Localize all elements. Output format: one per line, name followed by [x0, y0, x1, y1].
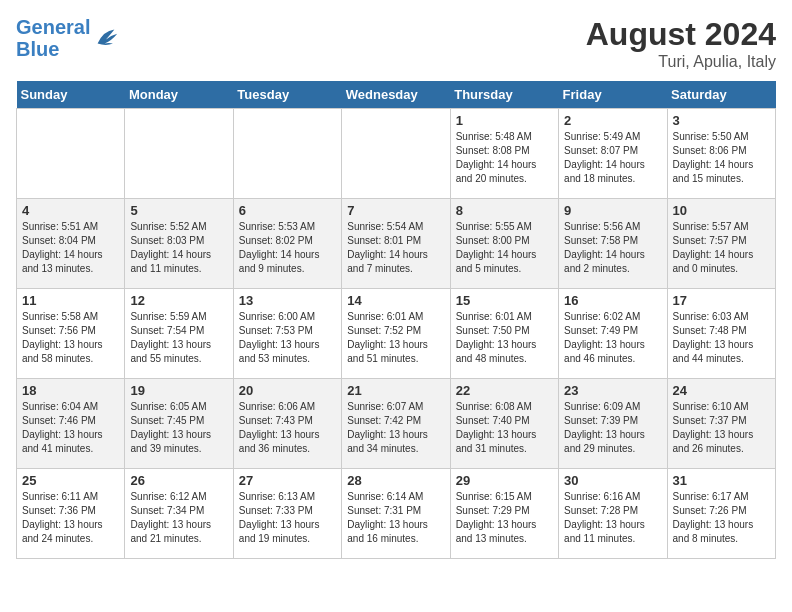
day-number: 25 [22, 473, 119, 488]
weekday-header-thursday: Thursday [450, 81, 558, 109]
day-info: Sunrise: 6:03 AM Sunset: 7:48 PM Dayligh… [673, 310, 770, 366]
calendar-week-2: 4Sunrise: 5:51 AM Sunset: 8:04 PM Daylig… [17, 199, 776, 289]
logo-blue: Blue [16, 38, 59, 60]
day-number: 11 [22, 293, 119, 308]
day-number: 18 [22, 383, 119, 398]
day-number: 7 [347, 203, 444, 218]
calendar-cell: 23Sunrise: 6:09 AM Sunset: 7:39 PM Dayli… [559, 379, 667, 469]
day-info: Sunrise: 6:06 AM Sunset: 7:43 PM Dayligh… [239, 400, 336, 456]
day-info: Sunrise: 6:08 AM Sunset: 7:40 PM Dayligh… [456, 400, 553, 456]
day-number: 26 [130, 473, 227, 488]
day-number: 8 [456, 203, 553, 218]
day-info: Sunrise: 6:13 AM Sunset: 7:33 PM Dayligh… [239, 490, 336, 546]
weekday-header-friday: Friday [559, 81, 667, 109]
day-number: 23 [564, 383, 661, 398]
day-info: Sunrise: 5:57 AM Sunset: 7:57 PM Dayligh… [673, 220, 770, 276]
calendar-cell: 18Sunrise: 6:04 AM Sunset: 7:46 PM Dayli… [17, 379, 125, 469]
calendar-cell: 27Sunrise: 6:13 AM Sunset: 7:33 PM Dayli… [233, 469, 341, 559]
calendar-cell [233, 109, 341, 199]
calendar-cell: 7Sunrise: 5:54 AM Sunset: 8:01 PM Daylig… [342, 199, 450, 289]
calendar-week-3: 11Sunrise: 5:58 AM Sunset: 7:56 PM Dayli… [17, 289, 776, 379]
day-info: Sunrise: 5:51 AM Sunset: 8:04 PM Dayligh… [22, 220, 119, 276]
day-number: 22 [456, 383, 553, 398]
weekday-header-row: SundayMondayTuesdayWednesdayThursdayFrid… [17, 81, 776, 109]
day-info: Sunrise: 5:56 AM Sunset: 7:58 PM Dayligh… [564, 220, 661, 276]
day-info: Sunrise: 6:12 AM Sunset: 7:34 PM Dayligh… [130, 490, 227, 546]
day-number: 10 [673, 203, 770, 218]
calendar-cell: 16Sunrise: 6:02 AM Sunset: 7:49 PM Dayli… [559, 289, 667, 379]
calendar-cell: 24Sunrise: 6:10 AM Sunset: 7:37 PM Dayli… [667, 379, 775, 469]
logo-general: General [16, 16, 90, 38]
day-info: Sunrise: 6:09 AM Sunset: 7:39 PM Dayligh… [564, 400, 661, 456]
day-info: Sunrise: 6:15 AM Sunset: 7:29 PM Dayligh… [456, 490, 553, 546]
calendar-cell: 1Sunrise: 5:48 AM Sunset: 8:08 PM Daylig… [450, 109, 558, 199]
day-info: Sunrise: 6:02 AM Sunset: 7:49 PM Dayligh… [564, 310, 661, 366]
calendar-week-1: 1Sunrise: 5:48 AM Sunset: 8:08 PM Daylig… [17, 109, 776, 199]
calendar-cell: 8Sunrise: 5:55 AM Sunset: 8:00 PM Daylig… [450, 199, 558, 289]
calendar-cell: 25Sunrise: 6:11 AM Sunset: 7:36 PM Dayli… [17, 469, 125, 559]
day-number: 4 [22, 203, 119, 218]
calendar-cell: 22Sunrise: 6:08 AM Sunset: 7:40 PM Dayli… [450, 379, 558, 469]
day-info: Sunrise: 5:59 AM Sunset: 7:54 PM Dayligh… [130, 310, 227, 366]
page-header: General Blue August 2024 Turi, Apulia, I… [16, 16, 776, 71]
page-subtitle: Turi, Apulia, Italy [586, 53, 776, 71]
day-info: Sunrise: 5:48 AM Sunset: 8:08 PM Dayligh… [456, 130, 553, 186]
calendar-cell: 17Sunrise: 6:03 AM Sunset: 7:48 PM Dayli… [667, 289, 775, 379]
calendar-cell: 30Sunrise: 6:16 AM Sunset: 7:28 PM Dayli… [559, 469, 667, 559]
calendar-week-4: 18Sunrise: 6:04 AM Sunset: 7:46 PM Dayli… [17, 379, 776, 469]
day-number: 28 [347, 473, 444, 488]
calendar-week-5: 25Sunrise: 6:11 AM Sunset: 7:36 PM Dayli… [17, 469, 776, 559]
day-info: Sunrise: 5:50 AM Sunset: 8:06 PM Dayligh… [673, 130, 770, 186]
day-number: 20 [239, 383, 336, 398]
calendar-cell: 10Sunrise: 5:57 AM Sunset: 7:57 PM Dayli… [667, 199, 775, 289]
day-info: Sunrise: 6:05 AM Sunset: 7:45 PM Dayligh… [130, 400, 227, 456]
day-info: Sunrise: 5:49 AM Sunset: 8:07 PM Dayligh… [564, 130, 661, 186]
day-number: 14 [347, 293, 444, 308]
day-number: 2 [564, 113, 661, 128]
day-info: Sunrise: 5:55 AM Sunset: 8:00 PM Dayligh… [456, 220, 553, 276]
day-number: 31 [673, 473, 770, 488]
day-number: 6 [239, 203, 336, 218]
day-number: 16 [564, 293, 661, 308]
calendar-cell: 20Sunrise: 6:06 AM Sunset: 7:43 PM Dayli… [233, 379, 341, 469]
day-info: Sunrise: 6:00 AM Sunset: 7:53 PM Dayligh… [239, 310, 336, 366]
day-number: 13 [239, 293, 336, 308]
day-number: 27 [239, 473, 336, 488]
calendar-cell [342, 109, 450, 199]
page-title: August 2024 [586, 16, 776, 53]
calendar-cell: 9Sunrise: 5:56 AM Sunset: 7:58 PM Daylig… [559, 199, 667, 289]
day-info: Sunrise: 6:14 AM Sunset: 7:31 PM Dayligh… [347, 490, 444, 546]
day-info: Sunrise: 6:01 AM Sunset: 7:50 PM Dayligh… [456, 310, 553, 366]
logo-text: General Blue [16, 16, 90, 60]
title-block: August 2024 Turi, Apulia, Italy [586, 16, 776, 71]
calendar-cell: 12Sunrise: 5:59 AM Sunset: 7:54 PM Dayli… [125, 289, 233, 379]
day-info: Sunrise: 5:58 AM Sunset: 7:56 PM Dayligh… [22, 310, 119, 366]
day-number: 15 [456, 293, 553, 308]
calendar-cell [125, 109, 233, 199]
calendar-cell: 26Sunrise: 6:12 AM Sunset: 7:34 PM Dayli… [125, 469, 233, 559]
weekday-header-saturday: Saturday [667, 81, 775, 109]
day-info: Sunrise: 6:07 AM Sunset: 7:42 PM Dayligh… [347, 400, 444, 456]
day-info: Sunrise: 6:17 AM Sunset: 7:26 PM Dayligh… [673, 490, 770, 546]
day-number: 24 [673, 383, 770, 398]
day-info: Sunrise: 6:04 AM Sunset: 7:46 PM Dayligh… [22, 400, 119, 456]
day-info: Sunrise: 6:11 AM Sunset: 7:36 PM Dayligh… [22, 490, 119, 546]
weekday-header-sunday: Sunday [17, 81, 125, 109]
day-info: Sunrise: 6:01 AM Sunset: 7:52 PM Dayligh… [347, 310, 444, 366]
calendar-cell [17, 109, 125, 199]
day-number: 5 [130, 203, 227, 218]
day-info: Sunrise: 6:16 AM Sunset: 7:28 PM Dayligh… [564, 490, 661, 546]
day-number: 9 [564, 203, 661, 218]
calendar-cell: 4Sunrise: 5:51 AM Sunset: 8:04 PM Daylig… [17, 199, 125, 289]
calendar-cell: 13Sunrise: 6:00 AM Sunset: 7:53 PM Dayli… [233, 289, 341, 379]
day-number: 19 [130, 383, 227, 398]
calendar-cell: 15Sunrise: 6:01 AM Sunset: 7:50 PM Dayli… [450, 289, 558, 379]
logo: General Blue [16, 16, 120, 60]
day-number: 1 [456, 113, 553, 128]
day-info: Sunrise: 5:52 AM Sunset: 8:03 PM Dayligh… [130, 220, 227, 276]
day-number: 21 [347, 383, 444, 398]
calendar-cell: 5Sunrise: 5:52 AM Sunset: 8:03 PM Daylig… [125, 199, 233, 289]
day-number: 29 [456, 473, 553, 488]
weekday-header-monday: Monday [125, 81, 233, 109]
weekday-header-wednesday: Wednesday [342, 81, 450, 109]
